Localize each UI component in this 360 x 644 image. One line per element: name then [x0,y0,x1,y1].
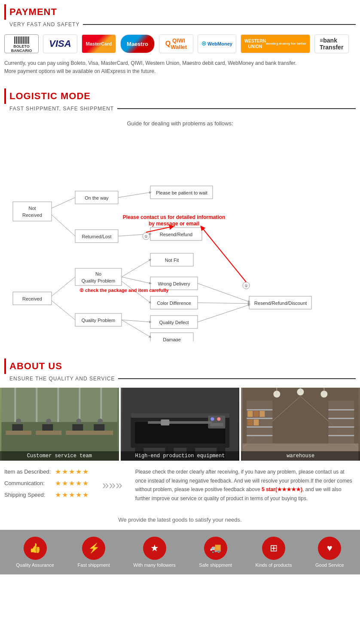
ratings-left: Item as Described: ★★★★★ Communication: … [4,468,89,502]
guide-title: Guide for dealing with problems as follo… [0,114,360,131]
svg-line-34 [52,277,75,296]
svg-text:② check the package and item c: ② check the package and item carefully [79,288,169,293]
svg-rect-60 [6,431,31,435]
svg-line-41 [198,283,249,302]
svg-text:Wrong Delivery: Wrong Delivery [158,281,190,286]
svg-rect-59 [100,388,102,422]
payment-bar [4,4,6,20]
rating-text: Please check the order clearly after rec… [135,469,352,501]
logistic-bar [4,88,6,104]
svg-text:Not Fit: Not Fit [165,258,179,263]
rating-row-comm: Communication: ★★★★★ [4,479,89,487]
machine-photo [121,388,240,461]
svg-rect-91 [247,409,273,410]
svg-line-35 [52,301,75,320]
machine-label: High-end production equipment [121,451,240,461]
followers-icon: ★ [143,537,166,560]
payment-logos: ||||||||| BOLETO BANCARIO VISA MasterCar… [0,30,360,58]
logistic-section: LOGISTIC MODE FAST SHIPPMENT, SAFE SHIPP… [0,84,360,346]
svg-rect-102 [329,418,354,419]
svg-text:Not: Not [28,206,36,211]
office-label: Customer service team [0,451,119,461]
svg-line-32 [118,192,150,197]
svg-rect-66 [72,424,83,431]
svg-line-42 [198,303,249,304]
warehouse-photo [241,388,360,461]
svg-text:①: ① [144,234,148,239]
about-subtitle: ENSURE THE QUALITY AND SERVICE [0,376,360,384]
webmoney-logo: ⦿ WebMoney [198,34,236,53]
svg-line-31 [52,215,75,236]
svg-rect-57 [57,388,59,422]
svg-line-40 [122,320,150,337]
svg-line-43 [198,305,249,322]
svg-text:Received: Received [22,296,42,301]
about-bar [4,358,6,374]
rating-stars-ship: ★★★★★ [55,491,89,499]
svg-line-51 [202,228,246,282]
ratings-section: Item as Described: ★★★★★ Communication: … [0,461,360,510]
svg-rect-103 [329,426,354,428]
about-photos: Customer service team [0,384,360,461]
svg-rect-100 [329,401,354,444]
svg-text:Resend/Refund: Resend/Refund [160,232,192,237]
warehouse-label: warehouse [241,451,360,461]
bottom-icon-quality: 👍 Quality Assurance [16,537,54,568]
svg-rect-97 [260,411,265,417]
about-line [118,378,356,379]
svg-text:Received: Received [22,213,42,218]
svg-rect-99 [254,419,259,425]
svg-text:①: ① [244,284,248,288]
svg-rect-98 [248,419,253,425]
safe-icon: 🚚 [204,537,227,560]
service-icon: ♥ [318,537,341,560]
quality-label: Quality Assurance [16,562,54,568]
rating-label-comm: Communication: [4,480,52,486]
svg-rect-92 [247,418,273,419]
bottom-icon-followers: ★ With many followers [133,537,175,568]
svg-line-39 [122,320,150,322]
svg-rect-95 [248,411,253,417]
svg-text:Quality Defect: Quality Defect [159,320,189,325]
safe-label: Safe shippment [199,562,232,568]
svg-rect-96 [254,411,259,417]
svg-rect-56 [36,388,37,422]
svg-text:by message or email: by message or email [149,221,199,227]
svg-text:Please contact us for detailed: Please contact us for detailed informati… [123,214,226,220]
svg-point-78 [217,417,220,421]
flow-svg: Not Received On the way Returned/Lost Pl… [4,135,356,341]
rating-stars-comm: ★★★★★ [55,479,89,487]
logistic-line [117,108,356,109]
shipping-label: Fast shippment [78,562,110,568]
svg-text:Color Difference: Color Difference [157,301,191,306]
bottom-icon-kinds: ⊞ Kinds of products [255,537,292,568]
svg-rect-61 [36,431,61,435]
svg-text:No: No [95,271,101,276]
photo-warehouse: warehouse [241,388,360,461]
about-section: ABOUT US ENSURE THE QUALITY AND SERVICE [0,354,360,574]
logistic-subtitle: FAST SHIPPMENT, SAFE SHIPPMENT [0,106,360,114]
bottom-icons: 👍 Quality Assurance ⚡ Fast shippment ★ W… [4,537,356,568]
rating-label-ship: Shipping Speed: [4,492,52,498]
svg-line-30 [52,197,75,208]
svg-rect-80 [148,421,212,424]
bottom-icon-safe: 🚚 Safe shippment [199,537,232,568]
wu-logo: WESTERNUNIONmoving money for better [241,34,310,53]
bottom-icon-shipping: ⚡ Fast shippment [78,537,110,568]
svg-rect-93 [247,426,273,428]
svg-rect-101 [329,409,354,410]
svg-rect-81 [161,419,169,425]
svg-rect-65 [42,424,53,431]
bottom-icon-service: ♥ Good Service [315,537,344,568]
svg-point-70 [76,419,81,424]
logistic-header: LOGISTIC MODE [0,84,360,106]
payment-subtitle: VERY FAST AND SAFETY [0,21,360,30]
svg-rect-63 [87,431,113,435]
svg-point-77 [211,417,214,421]
maestro-logo: Maestro [120,34,155,53]
logistic-title: LOGISTIC MODE [9,91,91,102]
svg-rect-58 [79,388,80,422]
kinds-label: Kinds of products [255,562,292,568]
svg-text:Quality Problem: Quality Problem [82,278,115,283]
rating-label-item: Item as Described: [4,468,52,475]
